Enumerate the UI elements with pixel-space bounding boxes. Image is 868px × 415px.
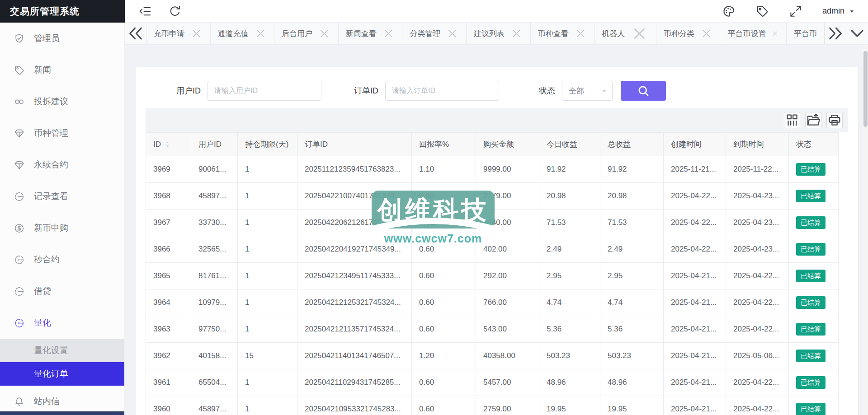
sidebar-item[interactable]: 站内信 [0,386,124,415]
status-badge: 已结算 [796,216,826,229]
sidebar-item[interactable]: 借贷 [0,275,124,307]
gauge-icon [14,191,25,202]
column-header: 总收益 [600,133,664,156]
table-cell: 2025-04-22... [726,263,789,289]
table-row: 396733730...1202504220621261745356...0.6… [146,210,839,236]
tabs-scroll-right-button[interactable] [825,23,846,44]
tabs-menu-button[interactable] [846,23,868,44]
sidebar-item-label: 投拆建议 [34,96,68,107]
user-id-input[interactable] [208,81,321,101]
sidebar-subitem[interactable]: 量化订单 [0,362,124,386]
tab-close-icon[interactable] [190,27,203,40]
status-select[interactable]: 全部 [562,81,613,101]
table-cell: 10979... [191,289,238,316]
tab-item[interactable]: 充币申请 [146,23,211,44]
sort-icon[interactable] [164,140,171,148]
caret-down-icon [848,8,855,15]
tab-item[interactable]: 币种分类 [656,23,721,44]
scrollbar-thumb[interactable] [863,51,868,127]
tab-item[interactable]: 分类管理 [402,23,467,44]
status-badge: 已结算 [796,190,826,202]
sidebar-item-label: 新币申购 [34,222,68,234]
table-cell: 2025-04-23... [726,183,789,210]
columns-icon [784,112,800,128]
sidebar-item-label: 新闻 [34,64,51,76]
table-cell: 292.00 [476,263,539,289]
scrollbar-track[interactable] [863,45,868,415]
column-header-label: 用户ID [198,139,222,149]
export-button[interactable] [805,112,821,128]
table-cell: 0.60 [412,263,476,289]
sidebar-item[interactable]: 币种管理 [0,117,124,149]
print-button[interactable] [826,112,843,128]
table-row: 396045897...1202504210953321745283...0.6… [146,396,839,415]
table-cell: 2.95 [600,263,664,289]
sidebar-item[interactable]: 新闻 [0,54,124,86]
user-dropdown[interactable]: admin [822,6,855,16]
gauge-icon [14,286,25,297]
table-cell: 2.49 [539,236,600,263]
tab-close-icon[interactable] [382,27,395,40]
tab-item[interactable]: 建议列表 [467,23,531,44]
table-cell: 2.49 [600,236,664,263]
table-cell: 97750... [191,316,238,343]
column-header: 购买金额 [476,133,539,156]
tab-close-icon[interactable] [446,27,459,40]
table-cell: 9999.00 [476,156,539,183]
table-cell: 71.53 [539,210,600,236]
tab-close-icon[interactable] [254,27,267,40]
search-button[interactable] [621,81,666,101]
sidebar-item[interactable]: 新币申购 [0,212,124,244]
orders-table: ID用户ID持仓期限(天)订单ID回报率%购买金额今日收益总收益创建时间到期时间… [146,132,839,415]
close-icon [771,30,778,37]
order-id-input[interactable] [385,81,499,101]
sidebar-item[interactable]: 投拆建议 [0,86,124,117]
tab-item[interactable]: 平台币设置 [720,23,786,44]
tabs-scroll-left-button[interactable] [125,23,146,44]
tab-close-icon[interactable] [700,27,713,40]
collapse-menu-icon[interactable] [138,5,152,18]
sidebar-item[interactable]: 管理员 [0,23,124,54]
table-cell: 202504211029431745285... [297,369,412,396]
content-card: 用户ID 订单ID 状态 全部 ID用户ID持仓期限(天)订单ID回报率%购买金… [136,67,858,415]
sidebar-item-label: 永续合约 [34,159,68,171]
export-icon [806,112,821,128]
sidebar-item[interactable]: 记录查看 [0,181,124,212]
tab-item[interactable]: 后台用户 [274,23,339,44]
sidebar-item[interactable]: 永续合约 [0,149,124,181]
column-header-label: 订单ID [305,139,328,149]
tab-close-icon[interactable] [574,27,587,40]
tab-close-icon[interactable] [318,27,331,40]
columns-button[interactable] [784,112,800,128]
table-cell: 2759.00 [476,396,539,415]
column-header: 创建时间 [664,133,726,156]
table-cell: 0.60 [412,396,476,415]
theme-tag-icon[interactable] [755,5,769,18]
tab-close-icon[interactable] [630,24,649,43]
tab-close-icon[interactable] [771,30,778,37]
tab-item[interactable]: 机器人 [594,23,656,44]
sidebar-item-label: 管理员 [34,33,60,44]
tab-item[interactable]: 通道充值 [211,23,275,44]
tab-item[interactable]: 新闻查看 [339,23,403,44]
table-cell: 543.00 [476,316,539,343]
sidebar-subitem[interactable]: 量化设置 [0,339,124,362]
palette-icon[interactable] [722,5,736,18]
close-icon [382,27,395,40]
gauge-icon [14,317,25,329]
status-badge: 已结算 [796,350,826,362]
fullscreen-icon[interactable] [789,5,802,18]
sidebar-item[interactable]: 秒合约 [0,244,124,275]
tab-item[interactable]: 币种查看 [531,23,595,44]
tab-close-icon[interactable] [510,27,523,40]
gauge-icon [14,317,25,329]
tag-icon [14,65,25,76]
table-cell: 40158... [191,343,238,369]
sidebar-item[interactable]: 量化 [0,307,124,339]
table-cell: 91.92 [600,156,664,183]
table-cell: 3964 [146,289,191,316]
gauge-icon [14,286,25,297]
tab-item[interactable]: 平台币 [787,23,825,44]
refresh-icon[interactable] [168,5,182,18]
gauge-icon [14,191,25,202]
